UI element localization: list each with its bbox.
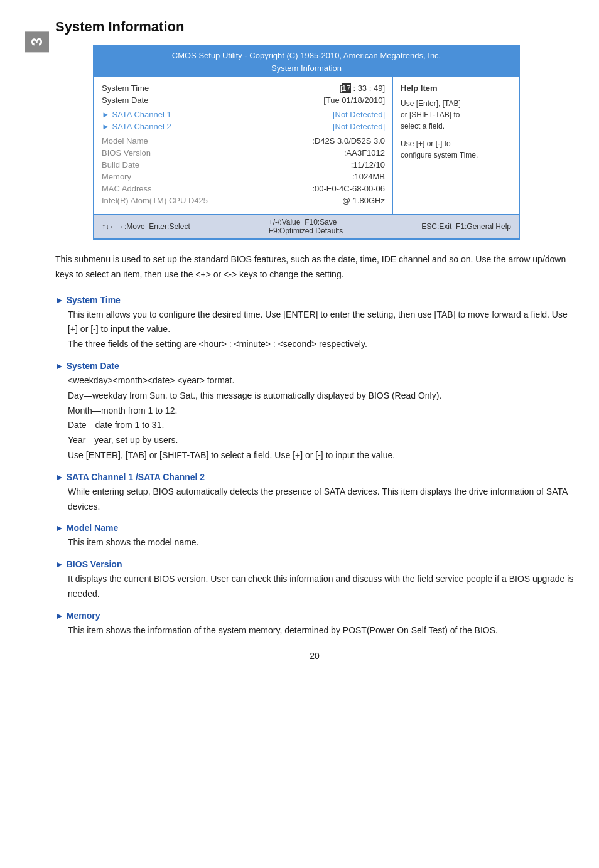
help-text-group2: Use [+] or [-] to configure system Time. — [401, 138, 511, 161]
section-sata: SATA Channel 1 /SATA Channel 2 While ent… — [55, 472, 574, 515]
bios-memory-row: Memory :1024MB — [102, 172, 385, 181]
help-text5: configure system Time. — [401, 149, 511, 161]
footer-value-save: +/-/:Value F10:Save F9:Optimized Default… — [269, 218, 343, 235]
page-number: 20 — [55, 651, 574, 661]
bios-build-date-row: Build Date :11/12/10 — [102, 160, 385, 169]
section-bios-version-header: BIOS Version — [55, 559, 574, 569]
help-text4: Use [+] or [-] to — [401, 138, 511, 149]
section-system-time: System Time This item allows you to conf… — [55, 295, 574, 352]
bios-version-row: BIOS Version :AA3F1012 — [102, 148, 385, 158]
model-name-value: :D42S 3.0/D52S 3.0 — [312, 136, 385, 146]
bios-sata2-row[interactable]: ► SATA Channel 2 [Not Detected] — [102, 122, 385, 131]
bios-title-bar: CMOS Setup Utility - Copyright (C) 1985-… — [94, 46, 519, 77]
bios-system-time-row[interactable]: System Time [17 : 33 : 49] — [102, 83, 385, 93]
section-model-name-body: This item shows the model name. — [55, 535, 574, 550]
sections-container: System Time This item allows you to conf… — [55, 295, 574, 638]
page-title: System Information — [55, 19, 574, 35]
sata2-label: ► SATA Channel 2 — [102, 122, 171, 131]
footer-move: ↑↓←→:Move Enter:Select — [102, 222, 190, 231]
footer-esc-f1: ESC:Exit F1:General Help — [421, 222, 511, 231]
help-text2: or [SHIFT-TAB] to — [401, 109, 511, 121]
section-system-date-body: <weekday><month><date> <year> format. Da… — [55, 373, 574, 463]
cpu-label: Intel(R) Atom(TM) CPU D425 — [102, 196, 208, 205]
system-date-label: System Date — [102, 95, 148, 105]
sidebar-number: 3 — [25, 31, 49, 52]
section-model-name: Model Name This item shows the model nam… — [55, 523, 574, 550]
bios-model-name-row: Model Name :D42S 3.0/D52S 3.0 — [102, 136, 385, 146]
sata1-value: [Not Detected] — [333, 110, 385, 119]
bios-mac-row: MAC Address :00-E0-4C-68-00-06 — [102, 184, 385, 193]
bios-version-label: BIOS Version — [102, 148, 151, 158]
bios-help-panel: Help Item Use [Enter], [TAB] or [SHIFT-T… — [393, 77, 519, 214]
section-system-time-header: System Time — [55, 295, 574, 305]
bios-footer: ↑↓←→:Move Enter:Select +/-/:Value F10:Sa… — [94, 214, 519, 238]
section-model-name-header: Model Name — [55, 523, 574, 533]
section-sata-header: SATA Channel 1 /SATA Channel 2 — [55, 472, 574, 482]
section-system-time-body: This item allows you to configure the de… — [55, 308, 574, 352]
help-text3: select a field. — [401, 121, 511, 132]
sata2-value: [Not Detected] — [333, 122, 385, 131]
bios-version-value: :AA3F1012 — [344, 148, 385, 158]
section-system-date-header: System Date — [55, 361, 574, 371]
description-text: This submenu is used to set up the stand… — [55, 252, 574, 282]
help-text-group1: Use [Enter], [TAB] or [SHIFT-TAB] to sel… — [401, 98, 511, 132]
memory-label: Memory — [102, 172, 131, 181]
mac-address-label: MAC Address — [102, 184, 151, 193]
sata1-label: ► SATA Channel 1 — [102, 110, 171, 119]
system-time-value: [17 : 33 : 49] — [340, 83, 385, 93]
build-date-value: :11/12/10 — [351, 160, 385, 169]
section-sata-body: While entering setup, BIOS automatically… — [55, 485, 574, 515]
section-memory-body: This item shows the information of the s… — [55, 623, 574, 638]
bios-left-panel: System Time [17 : 33 : 49] System Date [… — [94, 77, 393, 214]
memory-value: :1024MB — [352, 172, 385, 181]
help-title: Help Item — [401, 83, 511, 93]
section-system-date: System Date <weekday><month><date> <year… — [55, 361, 574, 463]
system-time-label: System Time — [102, 83, 149, 93]
section-memory: Memory This item shows the information o… — [55, 611, 574, 638]
bios-setup-box: CMOS Setup Utility - Copyright (C) 1985-… — [93, 45, 520, 240]
system-date-value: [Tue 01/18/2010] — [323, 95, 385, 105]
section-memory-header: Memory — [55, 611, 574, 621]
build-date-label: Build Date — [102, 160, 139, 169]
bios-system-date-row[interactable]: System Date [Tue 01/18/2010] — [102, 95, 385, 105]
model-name-label: Model Name — [102, 136, 148, 146]
mac-address-value: :00-E0-4C-68-00-06 — [312, 184, 385, 193]
bios-sata1-row[interactable]: ► SATA Channel 1 [Not Detected] — [102, 110, 385, 119]
bios-title-line2: System Information — [100, 62, 512, 75]
bios-title-line1: CMOS Setup Utility - Copyright (C) 1985-… — [100, 50, 512, 62]
section-bios-version: BIOS Version It displays the current BIO… — [55, 559, 574, 602]
cpu-value: @ 1.80GHz — [342, 196, 385, 205]
section-bios-version-body: It displays the current BIOS version. Us… — [55, 572, 574, 602]
help-text1: Use [Enter], [TAB] — [401, 98, 511, 109]
bios-cpu-row: Intel(R) Atom(TM) CPU D425 @ 1.80GHz — [102, 196, 385, 205]
system-time-hour: 17 — [342, 83, 350, 93]
